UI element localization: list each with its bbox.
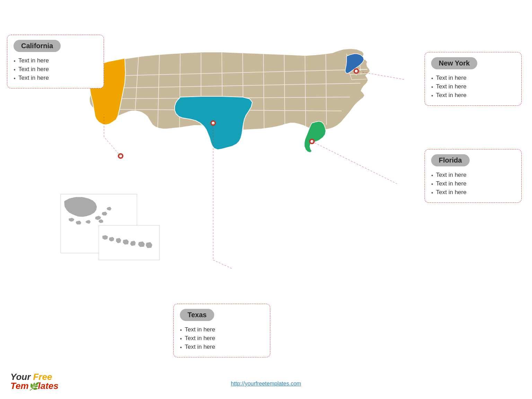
callout-california: California Text in here Text in here Tex…: [7, 35, 104, 88]
texas-item-3: Text in here: [180, 344, 264, 350]
svg-line-9: [326, 54, 326, 125]
svg-line-14: [347, 54, 350, 69]
svg-point-33: [311, 140, 313, 143]
svg-point-31: [212, 122, 215, 124]
florida-title: Florida: [431, 154, 470, 166]
svg-line-7: [284, 55, 285, 129]
svg-line-34: [104, 137, 121, 156]
svg-line-19: [352, 79, 367, 80]
florida-item-1: Text in here: [431, 172, 515, 179]
svg-line-22: [355, 69, 356, 76]
svg-line-2: [180, 54, 180, 130]
svg-line-36: [356, 71, 405, 80]
svg-line-12: [96, 97, 350, 99]
callout-newyork: New York Text in here Text in here Text …: [425, 52, 522, 106]
newyork-item-1: Text in here: [431, 75, 515, 81]
main-container: California Text in here Text in here Tex…: [0, 0, 532, 399]
svg-line-39: [312, 141, 397, 184]
newyork-list: Text in here Text in here Text in here: [431, 75, 515, 99]
california-title: California: [14, 40, 61, 52]
svg-point-26: [118, 153, 123, 159]
svg-line-16: [359, 57, 360, 69]
florida-item-2: Text in here: [431, 180, 515, 187]
texas-list: Text in here Text in here Text in here: [180, 326, 264, 350]
svg-line-11: [97, 83, 360, 88]
svg-line-38: [213, 260, 232, 269]
texas-item-2: Text in here: [180, 335, 264, 342]
california-item-1: Text in here: [14, 57, 97, 64]
svg-point-32: [309, 139, 315, 144]
svg-line-18: [350, 73, 367, 75]
brand-plates: lates: [38, 381, 59, 391]
svg-point-29: [355, 70, 358, 72]
california-item-3: Text in here: [14, 75, 97, 81]
callout-texas: Texas Text in here Text in here Text in …: [173, 304, 270, 357]
california-item-2: Text in here: [14, 66, 97, 73]
texas-title: Texas: [180, 309, 214, 321]
svg-line-20: [347, 69, 350, 75]
brand-leaf-icon: 🌿: [29, 382, 38, 391]
svg-line-8: [305, 55, 306, 128]
svg-rect-25: [99, 225, 159, 260]
svg-rect-24: [61, 194, 137, 253]
svg-line-21: [350, 75, 352, 80]
svg-line-4: [222, 52, 223, 130]
brand-logo: Your Free Tem🌿lates: [10, 372, 59, 390]
svg-line-1: [158, 55, 159, 129]
svg-point-27: [119, 155, 122, 157]
callout-florida: Florida Text in here Text in here Text i…: [425, 149, 522, 203]
florida-list: Text in here Text in here Text in here: [431, 172, 515, 196]
svg-line-6: [263, 54, 264, 130]
svg-line-13: [97, 109, 341, 111]
svg-point-28: [354, 68, 359, 74]
svg-line-5: [243, 53, 243, 130]
newyork-item-2: Text in here: [431, 83, 515, 90]
svg-line-23: [360, 69, 361, 75]
texas-item-1: Text in here: [180, 326, 264, 333]
svg-point-30: [210, 120, 216, 126]
brand-tem: Tem: [10, 381, 29, 391]
newyork-title: New York: [431, 57, 477, 69]
footer-url-link[interactable]: http://yourfreetemplates.com: [231, 381, 301, 387]
footer-url[interactable]: http://yourfreetemplates.com: [231, 381, 301, 387]
newyork-item-3: Text in here: [431, 92, 515, 99]
svg-line-15: [354, 55, 356, 69]
california-list: Text in here Text in here Text in here: [14, 57, 97, 81]
svg-line-0: [135, 55, 139, 111]
svg-line-10: [97, 69, 367, 76]
florida-item-3: Text in here: [431, 189, 515, 196]
